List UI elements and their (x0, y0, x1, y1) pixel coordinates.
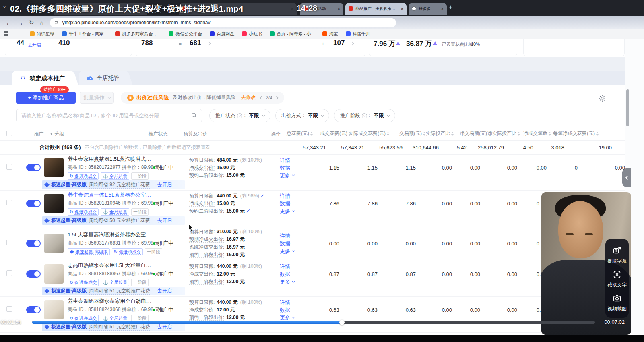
row-checkbox[interactable] (6, 164, 12, 170)
warning-fix-link[interactable]: 去修改 (241, 94, 256, 101)
metric-value: 0.87 (339, 271, 378, 277)
banner-enable-link[interactable]: 去开启 (157, 288, 172, 294)
video-progress-knob[interactable] (339, 320, 345, 325)
browser-tab[interactable]: 拼多多× (409, 3, 447, 15)
filter-推广状态[interactable]: 推广状态?：不限 (209, 109, 270, 122)
stat-right-chevron-icon[interactable] (351, 42, 354, 45)
back-icon[interactable]: ← (6, 19, 12, 26)
row-toggle[interactable] (26, 306, 41, 313)
action-detail-link[interactable]: 详情 (280, 298, 294, 306)
action-more-link[interactable]: 更多 (280, 314, 294, 321)
browser-tab[interactable]: 商品推广 - 拼多多推广平台× (345, 3, 407, 15)
row-toggle[interactable] (26, 164, 41, 171)
edit-pencil-icon[interactable] (260, 193, 265, 198)
filter-推广阶段[interactable]: 推广阶段?：不限 (334, 109, 395, 122)
row-checkbox[interactable] (6, 240, 12, 245)
product-name[interactable]: 养生壶家用煮茶器1.5L蒸汽喷淋式全自动办公室... (68, 155, 153, 163)
bookmark-item[interactable]: 首页 - 阿奇索 - 小... (270, 31, 315, 37)
forward-icon[interactable]: → (17, 19, 23, 26)
new-tab-button[interactable]: + (449, 4, 452, 10)
tab-stable-cost-promotion[interactable]: 稳定成本推广 (12, 71, 71, 85)
address-bar[interactable]: yingxiao.pinduoduo.com/goods/promotion/l… (50, 18, 396, 27)
collapse-panel-handle[interactable] (622, 168, 631, 187)
column-header[interactable]: 净实际投产比 (491, 130, 520, 137)
action-data-link[interactable]: 数据 (280, 306, 294, 314)
column-header[interactable]: 净交易额(元) (454, 130, 491, 137)
video-progress-bar[interactable] (32, 321, 595, 324)
tab-full-store-hosting[interactable]: 全店托管 (79, 71, 126, 85)
bookmark-item[interactable]: 微信公众平台 (169, 31, 202, 37)
action-data-link[interactable]: 数据 (280, 164, 294, 172)
add-promotion-button[interactable]: + 添加推广商品 (16, 92, 76, 104)
bookmark-item[interactable]: 知识星球 (30, 31, 54, 37)
row-toggle[interactable] (26, 270, 41, 278)
tab-close-icon[interactable]: × (338, 6, 340, 11)
gear-icon[interactable] (598, 94, 606, 102)
batch-actions-button[interactable]: 批量操作 (80, 92, 114, 104)
scrollbar-thumb[interactable] (626, 89, 629, 126)
tool-视频截图[interactable]: 视频截图 (607, 292, 627, 312)
bookmark-item[interactable]: 千牛工作台 - 商家... (62, 31, 107, 37)
tab-close-icon[interactable]: × (401, 6, 403, 11)
search-input[interactable] (16, 109, 202, 122)
tab-close-icon[interactable]: × (441, 6, 444, 11)
edit-pencil-icon[interactable] (246, 209, 250, 213)
bookmark-item[interactable]: 小红书 (242, 31, 262, 37)
action-more-link[interactable]: 更多 (280, 247, 294, 255)
filter-出价方式[interactable]: 出价方式：不限 (275, 109, 330, 122)
row-checkbox[interactable] (6, 270, 12, 276)
action-more-link[interactable]: 更多 (280, 172, 294, 179)
apps-grid-icon[interactable] (4, 31, 9, 37)
column-header[interactable]: 成交花费(元) (313, 130, 351, 137)
product-id-label: 商品 ID： (68, 271, 88, 276)
banner-text: 周均可省 51 元空耗推广花费 (89, 288, 150, 295)
bookmark-item[interactable]: 淘宝 (322, 31, 338, 37)
stat-left-chevron-icon[interactable] (207, 42, 211, 45)
action-more-link[interactable]: 更多 (280, 278, 294, 286)
row-checkbox[interactable] (6, 306, 12, 312)
budget-extra: (剩 100%) (239, 263, 262, 269)
home-icon[interactable]: ⌂ (40, 19, 43, 26)
row-checkbox[interactable] (6, 200, 12, 205)
tab-search-chevron-icon[interactable]: ⌄ (2, 3, 6, 9)
product-name[interactable]: 养生壶炖煮一体1.5L煮茶器办公室蒸汽喷淋式全... (68, 191, 153, 199)
product-name[interactable]: 志高电热烧水壶家用1.5L大容量自动养生壶恒温... (68, 262, 153, 269)
action-detail-link[interactable]: 详情 (280, 192, 294, 200)
product-name[interactable]: 养生壶调奶器烧水壶家用全自动电热水壶恒温... (68, 298, 153, 305)
banner-enable-link[interactable]: 去开启 (157, 323, 172, 330)
action-data-link[interactable]: 数据 (280, 200, 294, 207)
action-detail-link[interactable]: 详情 (280, 156, 294, 164)
bookmark-item[interactable]: 抖店千川 (346, 31, 370, 37)
column-header[interactable]: 总花费(元) (285, 130, 313, 137)
product-id: 856931776831 (88, 240, 120, 246)
action-data-link[interactable]: 数据 (280, 240, 294, 247)
action-more-link[interactable]: 更多 (280, 207, 294, 215)
action-data-link[interactable]: 数据 (280, 270, 294, 278)
action-detail-link[interactable]: 详情 (280, 263, 294, 270)
banner-enable-link[interactable]: 去开启 (157, 181, 172, 188)
tab-close-icon[interactable]: × (291, 6, 293, 11)
select-all-checkbox[interactable] (6, 131, 12, 136)
row-toggle[interactable] (26, 200, 41, 207)
tool-提取字幕[interactable]: 提取字幕 (607, 245, 627, 265)
column-header[interactable]: 每笔净成交花费(元) (551, 130, 599, 137)
column-header[interactable]: 净成交笔数 (520, 130, 551, 137)
action-detail-link[interactable]: 详情 (280, 232, 294, 240)
bookmark-item[interactable]: 拼多多商家后台，... (115, 31, 161, 37)
product-name[interactable]: 1.5L大容量蒸汽喷淋煮茶器办公室烧水壶养生壶... (68, 231, 153, 238)
filter-funnel-icon[interactable] (49, 132, 54, 136)
stat-open-action[interactable]: 去开启 (28, 42, 41, 48)
pager-next-icon[interactable] (275, 96, 278, 99)
col-group[interactable]: 分组 (54, 131, 64, 137)
pager-prev-icon[interactable] (260, 96, 263, 99)
search-icon[interactable] (191, 112, 197, 118)
banner-enable-link[interactable]: 去开启 (157, 217, 172, 224)
column-header[interactable]: 实际成交花费(元) (351, 130, 389, 137)
tag-gray: 一阶段 (131, 279, 149, 286)
column-header[interactable]: 交易额(元) (389, 130, 425, 137)
tool-截取文字[interactable]: 截取文字 (607, 268, 627, 288)
column-header[interactable]: 实际投产比 (425, 130, 454, 137)
bookmark-item[interactable]: 百度网盘 (210, 31, 234, 37)
reload-icon[interactable]: ↻ (29, 19, 34, 26)
row-toggle[interactable] (26, 240, 41, 247)
